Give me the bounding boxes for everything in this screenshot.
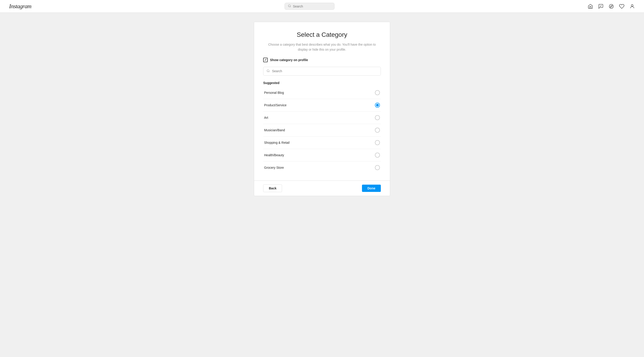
home-icon[interactable] — [588, 4, 593, 9]
explore-icon[interactable] — [608, 4, 614, 9]
svg-marker-3 — [610, 5, 612, 7]
category-label: Product/Service — [264, 103, 286, 107]
navbar-icons — [588, 4, 635, 9]
list-item[interactable]: Art — [263, 112, 381, 124]
svg-point-5 — [267, 70, 269, 72]
search-icon — [288, 4, 291, 8]
messenger-icon[interactable] — [598, 4, 604, 9]
radio-health-beauty[interactable] — [375, 152, 380, 158]
svg-point-4 — [631, 4, 633, 6]
radio-personal-blog[interactable] — [375, 90, 380, 95]
radio-grocery-store[interactable] — [375, 165, 380, 170]
category-search-icon — [266, 69, 270, 73]
done-button[interactable]: Done — [362, 185, 381, 192]
select-category-card: Select a Category Choose a category that… — [254, 22, 390, 196]
svg-point-2 — [609, 4, 613, 8]
list-item[interactable]: Musician/Band — [263, 124, 381, 136]
nav-search-bar[interactable] — [284, 3, 334, 10]
instagram-logo: Instagram — [9, 3, 31, 10]
show-category-label: Show category on profile — [270, 58, 308, 62]
category-label: Health/Beauty — [264, 153, 284, 157]
list-item[interactable]: Shopping & Retail — [263, 136, 381, 149]
category-list: Personal Blog Product/Service Art Musici… — [263, 86, 381, 174]
list-item[interactable]: Grocery Store — [263, 162, 381, 174]
card-body: Select a Category Choose a category that… — [254, 22, 390, 180]
back-button[interactable]: Back — [263, 184, 282, 192]
radio-musician-band[interactable] — [375, 128, 380, 133]
show-category-checkbox[interactable] — [263, 58, 268, 62]
nav-search-input[interactable] — [293, 4, 331, 8]
list-item[interactable]: Product/Service — [263, 99, 381, 112]
category-label: Musician/Band — [264, 128, 285, 132]
page-title: Select a Category — [263, 31, 381, 38]
radio-art[interactable] — [375, 115, 380, 120]
show-category-row[interactable]: Show category on profile — [263, 58, 381, 62]
category-label: Art — [264, 116, 268, 120]
svg-line-6 — [269, 71, 270, 72]
radio-product-service[interactable] — [375, 103, 380, 108]
radio-shopping-retail[interactable] — [375, 140, 380, 145]
category-search-input[interactable] — [272, 69, 378, 73]
category-search-box[interactable] — [263, 67, 381, 76]
svg-line-1 — [290, 6, 291, 7]
category-label: Grocery Store — [264, 166, 284, 170]
svg-point-0 — [288, 5, 290, 7]
page-content: Select a Category Choose a category that… — [0, 13, 644, 205]
navbar: Instagram — [0, 0, 644, 13]
suggested-label: Suggested — [263, 81, 381, 85]
category-label: Personal Blog — [264, 91, 284, 94]
list-item[interactable]: Personal Blog — [263, 86, 381, 99]
heart-icon[interactable] — [619, 4, 624, 9]
list-item[interactable]: Health/Beauty — [263, 149, 381, 162]
card-footer: Back Done — [254, 180, 390, 196]
profile-avatar-icon[interactable] — [630, 4, 635, 9]
page-subtitle: Choose a category that best describes wh… — [263, 42, 381, 52]
category-label: Shopping & Retail — [264, 141, 290, 144]
